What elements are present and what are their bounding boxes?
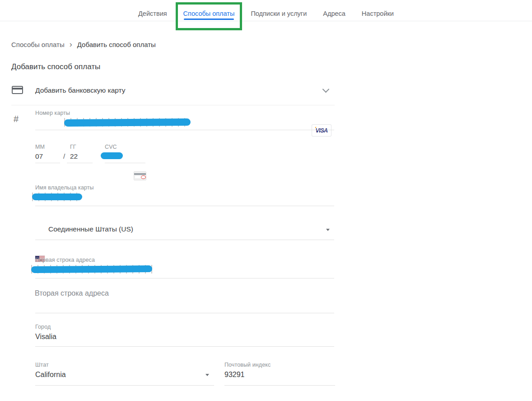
add-payment-method-page: Действия Способы оплаты Подписки и услуг… <box>0 0 532 401</box>
add-bank-card-expander[interactable]: Добавить банковскую карту <box>35 86 126 94</box>
address-line1-underline <box>35 278 334 278</box>
state-label: Штат <box>35 362 49 368</box>
state-select[interactable]: California <box>35 371 66 379</box>
breadcrumb-separator-icon: › <box>70 41 72 48</box>
chevron-down-icon[interactable] <box>322 86 330 93</box>
state-dropdown-arrow-icon[interactable] <box>205 374 209 376</box>
tab-payment-methods-label: Способы оплаты <box>183 10 235 17</box>
city-underline <box>35 346 334 347</box>
cardholder-name-label: Имя владельца карты <box>35 184 94 191</box>
expiry-month-field[interactable]: 07 <box>35 152 43 160</box>
expiry-year-underline <box>67 163 93 163</box>
city-field[interactable]: Visalia <box>35 333 56 341</box>
tabs-nav: Действия Способы оплаты Подписки и услуг… <box>0 0 532 18</box>
cardholder-name-field[interactable] <box>32 192 330 201</box>
country-select[interactable]: Соединенные Штаты (US) <box>48 225 133 233</box>
credit-card-icon <box>12 86 23 94</box>
address-line2-underline <box>35 313 334 313</box>
address-line1-redaction <box>31 265 152 273</box>
cvc-redaction <box>101 152 123 159</box>
cvc-card-stripe <box>134 173 146 175</box>
postal-code-underline <box>224 385 335 386</box>
hash-icon: # <box>14 114 19 124</box>
cvc-highlight-oval <box>141 175 146 179</box>
expiry-month-underline <box>35 163 60 163</box>
expiry-month-label: ММ <box>35 144 45 150</box>
card-number-field[interactable] <box>35 117 333 127</box>
cvc-field[interactable] <box>101 152 128 160</box>
visa-badge: VISA <box>312 124 331 137</box>
tab-settings[interactable]: Настройки <box>362 9 394 18</box>
tab-actions[interactable]: Действия <box>138 9 167 18</box>
address-line1-field[interactable] <box>31 264 329 274</box>
active-tab-underline <box>184 19 234 20</box>
visa-badge-label: VISA <box>316 127 328 134</box>
card-number-label: Номер карты <box>35 110 70 116</box>
cardholder-name-redaction <box>32 193 82 200</box>
country-underline <box>35 240 334 240</box>
section-divider <box>11 105 335 105</box>
expiry-separator: / <box>63 152 65 160</box>
address-line2-input[interactable] <box>35 289 252 297</box>
tab-addresses[interactable]: Адреса <box>323 9 345 18</box>
expiry-year-field[interactable]: 22 <box>70 152 78 160</box>
breadcrumb-parent[interactable]: Способы оплаты <box>11 41 65 48</box>
postal-code-label: Почтовый индекс <box>224 362 271 368</box>
postal-code-field[interactable]: 93291 <box>224 371 245 379</box>
cvc-helper-card-icon <box>134 171 146 180</box>
state-underline <box>35 385 214 386</box>
address-line1-label: Первая строка адреса <box>35 257 95 263</box>
tab-subscriptions[interactable]: Подписки и услуги <box>251 9 307 18</box>
breadcrumb-current: Добавить способ оплаты <box>77 41 156 48</box>
country-dropdown-arrow-icon[interactable] <box>326 229 330 231</box>
tab-bar: Действия Способы оплаты Подписки и услуг… <box>0 0 532 21</box>
page-title: Добавить способ оплаты <box>11 62 100 71</box>
cvc-label: CVC <box>105 144 117 150</box>
expiry-year-label: ГГ <box>70 144 76 150</box>
city-label: Город <box>35 324 51 330</box>
card-number-redaction <box>64 118 191 127</box>
visa-accent <box>315 127 316 128</box>
breadcrumb: Способы оплаты › Добавить способ оплаты <box>11 41 156 48</box>
tab-payment-methods[interactable]: Способы оплаты <box>183 9 235 18</box>
cvc-underline <box>105 163 145 163</box>
cardholder-name-underline <box>35 206 334 206</box>
card-number-underline <box>35 130 334 130</box>
